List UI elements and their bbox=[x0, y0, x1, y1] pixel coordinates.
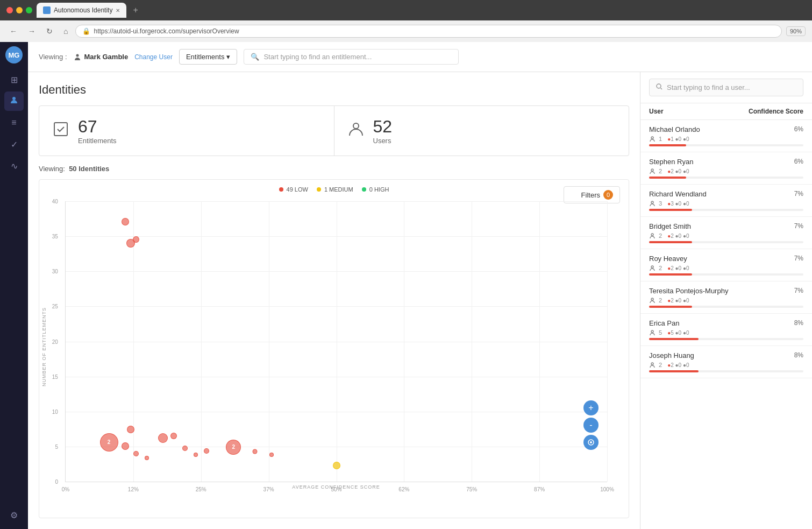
dot-indicators: ●1 ●0 ●0 bbox=[667, 136, 689, 142]
forward-button[interactable]: → bbox=[25, 26, 39, 37]
search-entitlement[interactable]: 🔍 Start typing to find an entitlement... bbox=[244, 49, 459, 65]
url-text: https://autoid-ui.forgerock.com/supervis… bbox=[94, 27, 239, 35]
user-meta: 2 ●2 ●0 ●0 bbox=[649, 362, 803, 368]
browser-tab[interactable]: Autonomous Identity ✕ bbox=[37, 3, 126, 18]
svg-line-8 bbox=[661, 88, 663, 90]
bubble-12[interactable] bbox=[269, 453, 274, 457]
person-icon bbox=[649, 297, 656, 304]
bubble-top1[interactable] bbox=[122, 218, 129, 225]
dot-indicators: ●2 ●0 ●0 bbox=[667, 362, 689, 368]
entitlements-dropdown[interactable]: Entitlements ▾ bbox=[179, 49, 238, 65]
zoom-in-button[interactable]: + bbox=[583, 400, 599, 415]
bubble-6[interactable] bbox=[158, 433, 168, 443]
main-content: Viewing : Mark Gamble Change User Entitl… bbox=[28, 42, 812, 529]
sidebar-item-list[interactable]: ≡ bbox=[4, 113, 24, 132]
user-list-item[interactable]: Joseph Huang8% 2 ●2 ●0 ●0 bbox=[640, 346, 812, 378]
svg-point-6 bbox=[590, 441, 592, 443]
tab-title: Autonomous Identity bbox=[54, 6, 112, 14]
scatter-wrapper: NUMBER OF ENTITLEMENTS bbox=[39, 199, 629, 494]
confidence-bar-fill bbox=[649, 209, 692, 211]
refresh-button[interactable]: ↻ bbox=[43, 26, 56, 37]
bubble-9[interactable] bbox=[194, 453, 198, 457]
browser-chrome: Autonomous Identity ✕ + bbox=[0, 0, 812, 20]
sidebar-item-settings[interactable]: ⚙ bbox=[4, 505, 24, 525]
user-score: 6% bbox=[794, 125, 803, 133]
dot-green[interactable] bbox=[26, 7, 32, 13]
svg-point-7 bbox=[657, 84, 661, 88]
svg-point-12 bbox=[651, 234, 653, 236]
bubble-top3[interactable] bbox=[133, 236, 139, 243]
user-list-item[interactable]: Roy Heavey7% 2 ●2 ●0 ●0 bbox=[640, 249, 812, 281]
change-user-link[interactable]: Change User bbox=[134, 53, 173, 61]
users-count: 52 bbox=[373, 117, 393, 137]
entitlements-count: 67 bbox=[78, 117, 117, 137]
check-icon: ✓ bbox=[11, 139, 18, 150]
zoom-out-button[interactable]: - bbox=[583, 418, 599, 433]
bubble-labeled[interactable]: 2 bbox=[226, 440, 241, 455]
legend-dot-low bbox=[279, 187, 283, 192]
bubble-11[interactable] bbox=[253, 449, 258, 454]
dot-red[interactable] bbox=[6, 7, 13, 13]
user-list-item[interactable]: Erica Pan8% 5 ●5 ●0 ●0 bbox=[640, 314, 812, 346]
right-panel-header: Start typing to find a user... bbox=[640, 72, 812, 103]
users-stat-icon bbox=[347, 121, 365, 142]
bubble-4[interactable] bbox=[145, 456, 149, 460]
user-list-item[interactable]: Teresita Pontejos-Murphy7% 2 ●2 ●0 ●0 bbox=[640, 281, 812, 314]
user-meta: 1 ●1 ●0 ●0 bbox=[649, 136, 803, 142]
legend-high: 0 HIGH bbox=[362, 186, 389, 193]
user-list-item[interactable]: Richard Wendland7% 3 ●3 ●0 ●0 bbox=[640, 185, 812, 217]
browser-dots bbox=[6, 7, 32, 13]
dot-yellow[interactable] bbox=[16, 7, 23, 13]
bubble-medium[interactable] bbox=[333, 462, 340, 469]
user-count: 2 bbox=[659, 168, 662, 174]
sidebar-item-grid[interactable]: ⊞ bbox=[4, 70, 24, 89]
legend-low: 49 LOW bbox=[279, 186, 308, 193]
sidebar-item-check[interactable]: ✓ bbox=[4, 135, 24, 154]
tab-close-button[interactable]: ✕ bbox=[116, 8, 120, 13]
sidebar-item-wave[interactable]: ∿ bbox=[4, 156, 24, 175]
person-icon bbox=[649, 329, 656, 336]
bubble-1[interactable]: 2 bbox=[100, 433, 118, 452]
confidence-bar-bg bbox=[649, 241, 803, 243]
bubble-3[interactable] bbox=[133, 451, 139, 456]
confidence-bar-bg bbox=[649, 209, 803, 211]
search-entitlement-placeholder: Start typing to find an entitlement... bbox=[263, 53, 372, 61]
dot-indicators: ●2 ●0 ●0 bbox=[667, 265, 689, 271]
bubble-2[interactable] bbox=[122, 442, 129, 450]
col-user: User bbox=[649, 108, 664, 115]
tab-favicon bbox=[43, 6, 51, 14]
sidebar-item-identity[interactable] bbox=[4, 91, 24, 111]
col-score: Confidence Score bbox=[749, 108, 803, 115]
security-icon: 🔒 bbox=[82, 27, 90, 35]
filters-count: 0 bbox=[603, 190, 613, 200]
user-meta: 2 ●2 ●0 ●0 bbox=[649, 168, 803, 174]
viewing-username: Mark Gamble bbox=[84, 53, 129, 61]
wave-icon: ∿ bbox=[11, 161, 18, 171]
address-bar-row: ← → ↻ ⌂ 🔒 https://autoid-ui.forgerock.co… bbox=[0, 20, 812, 42]
user-count: 1 bbox=[659, 136, 662, 142]
bubble-7[interactable] bbox=[170, 433, 177, 439]
zoom-reset-button[interactable] bbox=[583, 435, 599, 450]
user-list-item[interactable]: Bridget Smith7% 2 ●2 ●0 ●0 bbox=[640, 217, 812, 249]
legend-high-label: 0 HIGH bbox=[369, 186, 389, 193]
dot-indicators: ●2 ●0 ●0 bbox=[667, 298, 689, 304]
user-name: Michael Orlando bbox=[649, 125, 700, 133]
legend-dot-high bbox=[362, 187, 366, 192]
new-tab-button[interactable]: + bbox=[133, 5, 138, 15]
back-button[interactable]: ← bbox=[6, 26, 20, 37]
user-search[interactable]: Start typing to find a user... bbox=[649, 79, 803, 96]
address-bar[interactable]: 🔒 https://autoid-ui.forgerock.com/superv… bbox=[75, 25, 782, 38]
bubble-8[interactable] bbox=[182, 446, 188, 451]
user-name: Bridget Smith bbox=[649, 222, 691, 230]
stat-users-info: 52 Users bbox=[373, 117, 393, 145]
user-list-item[interactable]: Stephen Ryan6% 2 ●2 ●0 ●0 bbox=[640, 152, 812, 185]
confidence-bar-fill bbox=[649, 144, 686, 146]
viewing-info: Viewing: 50 Identities bbox=[39, 165, 629, 173]
user-list: Michael Orlando6% 1 ●1 ●0 ●0 Stephen Rya… bbox=[640, 120, 812, 529]
bubble-10[interactable] bbox=[204, 448, 209, 454]
y-axis-label: NUMBER OF ENTITLEMENTS bbox=[39, 199, 49, 494]
home-button[interactable]: ⌂ bbox=[60, 26, 71, 37]
bubble-5[interactable] bbox=[127, 426, 134, 433]
user-count: 5 bbox=[659, 329, 662, 336]
user-list-item[interactable]: Michael Orlando6% 1 ●1 ●0 ●0 bbox=[640, 120, 812, 152]
